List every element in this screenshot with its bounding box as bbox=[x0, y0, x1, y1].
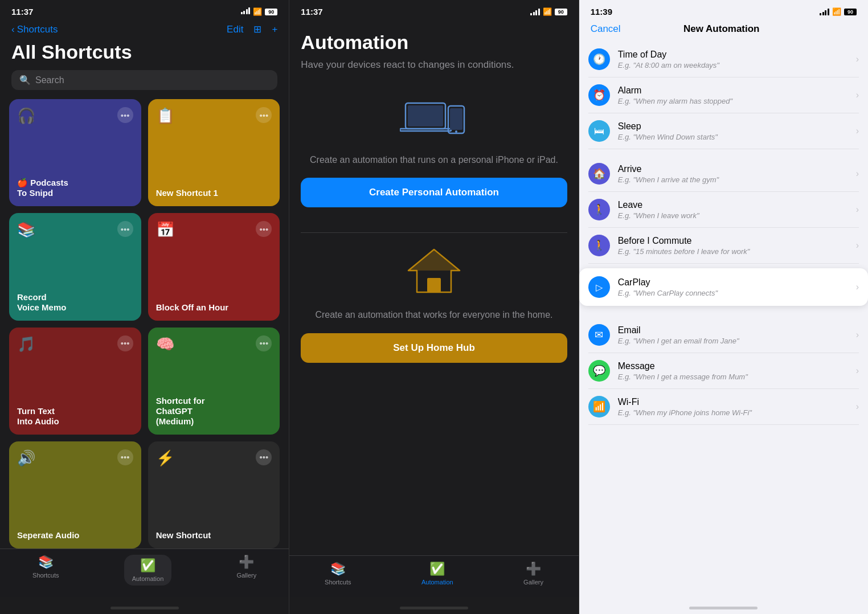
more-button-textaudio[interactable]: ••• bbox=[117, 335, 133, 351]
tab-automation-1[interactable]: ✅ Automation bbox=[124, 555, 172, 586]
shortcuts-grid: 🎧 ••• 🍎 PodcastsTo Snipd 📋 ••• New Short… bbox=[0, 99, 289, 548]
item-subtitle-arrive: E.g. "When I arrive at the gym" bbox=[618, 175, 851, 184]
more-button-blockoff[interactable]: ••• bbox=[256, 221, 272, 237]
tab-icon-gallery-1: ➕ bbox=[239, 555, 254, 570]
time-3: 11:39 bbox=[591, 7, 612, 17]
item-text-email: Email E.g. "When I get an email from Jan… bbox=[618, 325, 851, 345]
icon-arrive: 🏠 bbox=[588, 163, 610, 185]
signal-icon-1 bbox=[241, 7, 251, 16]
chevron-time-of-day: › bbox=[856, 54, 859, 64]
shortcut-icon-textaudio: 🎵 bbox=[17, 335, 35, 353]
chevron-arrive: › bbox=[856, 169, 859, 179]
shortcut-card-new2[interactable]: ⚡ ••• New Shortcut bbox=[148, 441, 280, 548]
shortcut-card-new1[interactable]: 📋 ••• New Shortcut 1 bbox=[148, 99, 280, 206]
home-illustration bbox=[406, 247, 462, 297]
home-desc: Create an automation that works for ever… bbox=[315, 309, 552, 321]
personal-automation-section: Create an automation that runs on a pers… bbox=[301, 89, 567, 207]
chevron-message: › bbox=[856, 366, 859, 376]
shortcut-icon-chatgpt: 🧠 bbox=[156, 335, 174, 353]
status-bar-2: 11:37 📶 90 bbox=[289, 0, 578, 20]
chevron-commute: › bbox=[856, 240, 859, 251]
list-item-alarm[interactable]: ⏰ Alarm E.g. "When my alarm has stopped"… bbox=[588, 77, 859, 113]
icon-leave: 🚶 bbox=[588, 199, 610, 220]
chevron-wifi: › bbox=[856, 402, 859, 412]
item-text-carplay: CarPlay E.g. "When CarPlay connects" bbox=[618, 277, 851, 297]
tab-label-automation-2: Automation bbox=[421, 579, 453, 586]
item-title-wifi: Wi-Fi bbox=[618, 397, 851, 407]
list-item-leave[interactable]: 🚶 Leave E.g. "When I leave work" › bbox=[588, 192, 859, 228]
add-button-1[interactable]: + bbox=[272, 24, 277, 35]
chevron-leave: › bbox=[856, 204, 859, 215]
tab-gallery-2[interactable]: ➕ Gallery bbox=[523, 562, 543, 586]
shortcut-icon-voicememo: 📚 bbox=[17, 221, 35, 239]
time-1: 11:37 bbox=[11, 7, 33, 17]
list-item-sleep[interactable]: 🛏 Sleep E.g. "When Wind Down starts" › bbox=[588, 113, 859, 149]
svg-rect-7 bbox=[427, 278, 441, 292]
devices-svg bbox=[400, 89, 468, 140]
tab-label-shortcuts-2: Shortcuts bbox=[325, 579, 351, 586]
item-text-leave: Leave E.g. "When I leave work" bbox=[618, 200, 851, 220]
item-text-commute: Before I Commute E.g. "15 minutes before… bbox=[618, 236, 851, 256]
status-bar-1: 11:37 📶 90 bbox=[0, 0, 289, 20]
search-bar-1[interactable]: 🔍 Search bbox=[11, 70, 277, 90]
wifi-icon-1: 📶 bbox=[253, 7, 262, 16]
chevron-sleep: › bbox=[856, 126, 859, 136]
shortcut-card-blockoff[interactable]: 📅 ••• Block Off an Hour bbox=[148, 213, 280, 320]
shortcut-card-chatgpt[interactable]: 🧠 ••• Shortcut forChatGPT(Medium) bbox=[148, 328, 280, 435]
back-label-1: Shortcuts bbox=[17, 24, 58, 35]
shortcut-card-textaudio[interactable]: 🎵 ••• Turn TextInto Audio bbox=[9, 328, 141, 435]
more-button-new1[interactable]: ••• bbox=[256, 107, 272, 123]
shortcut-card-podcasts[interactable]: 🎧 ••• 🍎 PodcastsTo Snipd bbox=[9, 99, 141, 206]
more-button-audio[interactable]: ••• bbox=[117, 449, 133, 465]
chevron-alarm: › bbox=[856, 90, 859, 100]
set-up-home-hub-button[interactable]: Set Up Home Hub bbox=[301, 333, 567, 363]
icon-sleep: 🛏 bbox=[588, 120, 610, 142]
list-spacer-2 bbox=[588, 310, 859, 317]
item-subtitle-email: E.g. "When I get an email from Jane" bbox=[618, 337, 851, 345]
more-button-chatgpt[interactable]: ••• bbox=[256, 335, 272, 351]
wifi-icon-3: 📶 bbox=[832, 7, 841, 16]
icon-commute: 🚶 bbox=[588, 235, 610, 256]
home-indicator-2 bbox=[289, 597, 578, 614]
tab-bar-1: 📚 Shortcuts ✅ Automation ➕ Gallery bbox=[0, 548, 289, 597]
list-item-carplay[interactable]: ▷ CarPlay E.g. "When CarPlay connects" › bbox=[579, 268, 868, 306]
time-2: 11:37 bbox=[301, 7, 322, 17]
personal-desc: Create an automation that runs on a pers… bbox=[310, 154, 558, 166]
tab-icon-shortcuts-2: 📚 bbox=[330, 562, 346, 576]
list-item-wifi[interactable]: 📶 Wi-Fi E.g. "When my iPhone joins home … bbox=[588, 389, 859, 425]
nav-actions-1: Edit ⊞ + bbox=[227, 23, 277, 35]
more-button-new2[interactable]: ••• bbox=[256, 449, 272, 465]
list-item-time-of-day[interactable]: 🕐 Time of Day E.g. "At 8:00 am on weekda… bbox=[588, 42, 859, 77]
shortcut-card-audio[interactable]: 🔊 ••• Seperate Audio bbox=[9, 441, 141, 548]
icon-message: 💬 bbox=[588, 360, 610, 382]
signal-icon-2 bbox=[530, 9, 540, 15]
list-spacer-1 bbox=[588, 149, 859, 156]
list-item-arrive[interactable]: 🏠 Arrive E.g. "When I arrive at the gym"… bbox=[588, 156, 859, 192]
shortcut-label-podcasts: 🍎 PodcastsTo Snipd bbox=[17, 178, 133, 198]
tab-shortcuts-1[interactable]: 📚 Shortcuts bbox=[32, 555, 59, 586]
tab-gallery-1[interactable]: ➕ Gallery bbox=[236, 555, 256, 586]
more-button-podcasts[interactable]: ••• bbox=[117, 107, 133, 123]
list-item-email[interactable]: ✉ Email E.g. "When I get an email from J… bbox=[588, 317, 859, 353]
chevron-carplay: › bbox=[856, 282, 859, 292]
edit-button-1[interactable]: Edit bbox=[227, 24, 243, 35]
grid-icon-1[interactable]: ⊞ bbox=[253, 23, 261, 35]
more-button-voicememo[interactable]: ••• bbox=[117, 221, 133, 237]
list-item-commute[interactable]: 🚶 Before I Commute E.g. "15 minutes befo… bbox=[588, 228, 859, 264]
wifi-icon-2: 📶 bbox=[543, 7, 552, 16]
shortcut-icon-podcasts: 🎧 bbox=[17, 107, 35, 125]
home-bar-3 bbox=[689, 607, 758, 609]
create-personal-automation-button[interactable]: Create Personal Automation bbox=[301, 178, 567, 207]
shortcut-label-new1: New Shortcut 1 bbox=[156, 188, 272, 198]
chevron-left-icon-1: ‹ bbox=[11, 24, 15, 35]
tab-automation-2[interactable]: ✅ Automation bbox=[421, 562, 453, 586]
shortcut-card-voicememo[interactable]: 📚 ••• RecordVoice Memo bbox=[9, 213, 141, 320]
cancel-button[interactable]: Cancel bbox=[591, 23, 621, 35]
shortcut-label-audio: Seperate Audio bbox=[17, 530, 133, 541]
back-button-1[interactable]: ‹ Shortcuts bbox=[11, 24, 58, 35]
tab-shortcuts-2[interactable]: 📚 Shortcuts bbox=[325, 562, 351, 586]
nav-title-3: New Automation bbox=[683, 23, 759, 35]
list-item-message[interactable]: 💬 Message E.g. "When I get a message fro… bbox=[588, 353, 859, 389]
item-title-leave: Leave bbox=[618, 200, 851, 210]
tab-bar-2: 📚 Shortcuts ✅ Automation ➕ Gallery bbox=[289, 555, 578, 597]
